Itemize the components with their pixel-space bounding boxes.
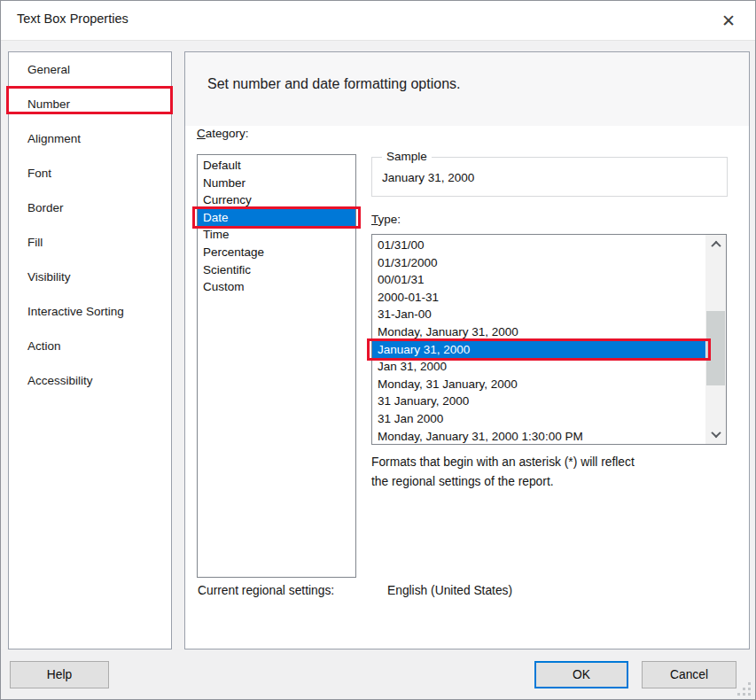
type-option[interactable]: 01/31/00 bbox=[372, 237, 705, 254]
type-option-label: Monday, 31 January, 2000 bbox=[378, 377, 518, 391]
category-option-label: Custom bbox=[203, 280, 245, 293]
sidebar-item[interactable]: Fill bbox=[9, 225, 171, 260]
sidebar-item[interactable]: Action bbox=[9, 329, 171, 363]
sidebar-item[interactable]: Alignment bbox=[9, 121, 171, 156]
type-option[interactable]: 31 Jan 2000 bbox=[372, 410, 705, 428]
type-option[interactable]: Monday, January 31, 2000 bbox=[372, 323, 705, 341]
type-option[interactable]: Monday, 31 January, 2000 bbox=[372, 376, 705, 393]
chevron-down-icon bbox=[711, 428, 721, 438]
category-label: Category: bbox=[197, 127, 249, 140]
footer-bar: Help OK Cancel bbox=[1, 649, 755, 700]
category-label-rest: ategory: bbox=[206, 127, 249, 140]
category-listbox[interactable]: Default Number Currency Date Time Percen… bbox=[197, 154, 356, 578]
category-option[interactable]: Date bbox=[198, 209, 355, 227]
sidebar-item-label: Border bbox=[27, 201, 64, 214]
category-option[interactable]: Default bbox=[198, 157, 355, 175]
page-heading: Set number and date formatting options. bbox=[207, 76, 461, 92]
properties-nav-sidebar: General Number Alignment Font Border Fil… bbox=[8, 51, 172, 649]
scroll-up-button[interactable] bbox=[705, 235, 726, 254]
sidebar-item[interactable]: Number bbox=[9, 87, 171, 121]
number-settings-panel: Set number and date formatting options. … bbox=[184, 51, 750, 649]
type-option-label: Monday, January 31, 2000 bbox=[378, 325, 518, 338]
type-label: Type: bbox=[371, 213, 401, 226]
type-option-label: 01/31/00 bbox=[378, 238, 425, 252]
type-option-label: Jan 31, 2000 bbox=[378, 360, 447, 373]
type-option[interactable]: 2000-01-31 bbox=[372, 289, 705, 307]
close-icon[interactable]: ✕ bbox=[716, 9, 741, 34]
type-option-label: 2000-01-31 bbox=[378, 291, 439, 304]
scroll-down-button[interactable] bbox=[705, 424, 726, 444]
type-option[interactable]: 00/01/31 bbox=[372, 271, 705, 289]
note-line2: the regional settings of the report. bbox=[371, 472, 735, 492]
category-option[interactable]: Percentage bbox=[198, 244, 355, 261]
sample-groupbox: Sample January 31, 2000 bbox=[371, 157, 728, 197]
type-label-rest: ype: bbox=[378, 213, 401, 226]
resize-grip[interactable] bbox=[737, 681, 751, 696]
type-option[interactable]: Jan 31, 2000 bbox=[372, 358, 705, 376]
type-option-label: Monday, January 31, 2000 1:30:00 PM bbox=[378, 430, 583, 443]
ok-button[interactable]: OK bbox=[534, 661, 628, 688]
type-option-label: 31-Jan-00 bbox=[378, 307, 432, 321]
category-option-label: Date bbox=[203, 211, 229, 224]
sidebar-item[interactable]: Visibility bbox=[9, 260, 171, 294]
type-option-label: 00/01/31 bbox=[378, 273, 425, 286]
sidebar-item-label: Number bbox=[27, 97, 70, 111]
sample-value: January 31, 2000 bbox=[382, 171, 474, 184]
category-option-label: Percentage bbox=[203, 245, 264, 259]
category-option[interactable]: Scientific bbox=[198, 261, 355, 279]
type-option[interactable]: 01/31/2000 bbox=[372, 254, 705, 272]
category-option[interactable]: Custom bbox=[198, 278, 355, 296]
category-mnemonic: C bbox=[197, 127, 206, 140]
vertical-scrollbar[interactable] bbox=[705, 235, 726, 444]
regional-settings-value: English (United States) bbox=[387, 584, 512, 597]
type-option-label: 31 January, 2000 bbox=[378, 394, 469, 408]
sidebar-item-label: Font bbox=[27, 167, 51, 180]
sidebar-item[interactable]: General bbox=[9, 52, 171, 87]
asterisk-note: Formats that begin with an asterisk (*) … bbox=[371, 453, 735, 491]
sidebar-item-label: Accessibility bbox=[27, 374, 93, 387]
type-option[interactable]: January 31, 2000 bbox=[372, 341, 705, 359]
category-option[interactable]: Currency bbox=[198, 191, 355, 209]
sidebar-item-label: Interactive Sorting bbox=[27, 305, 124, 318]
sidebar-item[interactable]: Accessibility bbox=[9, 363, 171, 398]
sidebar-item-label: Alignment bbox=[27, 132, 81, 145]
sidebar-item[interactable]: Font bbox=[9, 156, 171, 191]
type-option[interactable]: 31 January, 2000 bbox=[372, 393, 705, 410]
sidebar-item-label: Action bbox=[27, 339, 61, 353]
sidebar-item[interactable]: Border bbox=[9, 191, 171, 225]
textbox-properties-dialog: Text Box Properties ✕ General Number Ali… bbox=[0, 0, 756, 700]
note-line1: Formats that begin with an asterisk (*) … bbox=[371, 453, 735, 472]
category-option-label: Number bbox=[203, 176, 246, 190]
type-option[interactable]: Monday, January 31, 2000 1:30:00 PM bbox=[372, 428, 705, 446]
sidebar-item-label: Fill bbox=[27, 236, 43, 249]
regional-settings-label: Current regional settings: bbox=[198, 584, 334, 597]
sidebar-item-label: General bbox=[27, 63, 70, 76]
dialog-title: Text Box Properties bbox=[17, 12, 129, 26]
cancel-button[interactable]: Cancel bbox=[642, 661, 737, 688]
help-button[interactable]: Help bbox=[10, 661, 109, 688]
category-option-label: Scientific bbox=[203, 263, 251, 276]
category-option[interactable]: Number bbox=[198, 175, 355, 192]
type-option-label: January 31, 2000 bbox=[378, 343, 470, 356]
chevron-up-icon bbox=[711, 241, 721, 251]
type-rows: 01/31/00 01/31/2000 00/01/31 2000-01-31 … bbox=[372, 237, 705, 444]
category-option-label: Currency bbox=[203, 193, 252, 206]
type-option-label: 31 Jan 2000 bbox=[378, 412, 443, 425]
sample-caption: Sample bbox=[382, 150, 432, 163]
sidebar-item-label: Visibility bbox=[27, 270, 71, 284]
category-option-label: Default bbox=[203, 159, 241, 172]
type-option-label: 01/31/2000 bbox=[378, 256, 438, 269]
category-option[interactable]: Time bbox=[198, 226, 355, 244]
scrollbar-thumb[interactable] bbox=[706, 311, 725, 385]
type-listbox[interactable]: 01/31/00 01/31/2000 00/01/31 2000-01-31 … bbox=[371, 234, 727, 445]
category-option-label: Time bbox=[203, 228, 230, 241]
type-mnemonic: T bbox=[371, 213, 378, 226]
sidebar-item[interactable]: Interactive Sorting bbox=[9, 294, 171, 329]
type-option[interactable]: 31-Jan-00 bbox=[372, 306, 705, 323]
title-bar: Text Box Properties ✕ bbox=[1, 1, 755, 41]
